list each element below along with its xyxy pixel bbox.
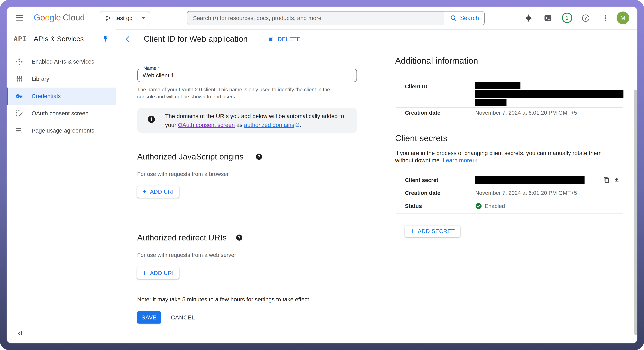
plus-icon: + xyxy=(142,270,147,276)
copy-icon[interactable] xyxy=(604,177,610,183)
global-search: Search xyxy=(187,11,485,25)
client-secrets-description: If you are in the process of changing cl… xyxy=(395,150,619,164)
client-id-label: Client ID xyxy=(396,80,475,90)
delete-button[interactable]: DELETE xyxy=(268,34,301,44)
google-cloud-logo[interactable]: GoogleCloud xyxy=(34,12,85,22)
name-field: Name * xyxy=(137,69,357,82)
js-origins-subtext: For use with requests from a browser xyxy=(137,171,229,177)
api-product-logo: API xyxy=(14,35,27,43)
delete-button-label: DELETE xyxy=(278,36,301,42)
page-title: Client ID for Web application xyxy=(144,34,248,44)
js-origins-help-icon[interactable]: ? xyxy=(256,154,262,160)
search-button[interactable]: Search xyxy=(444,12,484,25)
table-row-client-id: Client ID xyxy=(396,80,623,108)
back-arrow-icon[interactable] xyxy=(124,35,133,43)
vertical-scrollbar[interactable] xyxy=(634,90,638,335)
avatar[interactable]: M xyxy=(616,12,630,24)
external-link-icon xyxy=(473,158,478,163)
gemini-sparkle-icon[interactable] xyxy=(524,14,533,23)
external-link-icon xyxy=(295,123,300,128)
name-helper-text: The name of your OAuth 2.0 client. This … xyxy=(137,86,339,100)
plus-icon: + xyxy=(410,228,415,235)
redirect-uris-help-icon[interactable]: ? xyxy=(236,234,242,241)
table-row-client-secret: Client secret xyxy=(396,173,623,187)
redirect-uris-subtext: For use with requests from a web server xyxy=(137,252,236,258)
sidebar-item-label: Library xyxy=(32,76,49,82)
table-row-status: Status Enabled xyxy=(396,199,623,214)
add-secret-button[interactable]: + ADD SECRET xyxy=(405,226,460,237)
oauth-consent-screen-link[interactable]: OAuth consent screen xyxy=(178,122,235,128)
project-selector[interactable]: test gd xyxy=(100,11,150,25)
name-field-label: Name * xyxy=(142,65,162,71)
plus-icon: + xyxy=(142,188,147,195)
creation-date-value: November 7, 2024 at 6:01:20 PM GMT+5 xyxy=(475,110,577,116)
sidebar-item-label: OAuth consent screen xyxy=(32,110,88,116)
table-row-creation-date: Creation date November 7, 2024 at 6:01:2… xyxy=(396,108,623,118)
notifications-badge[interactable]: 1 xyxy=(562,12,573,24)
header-divider xyxy=(6,49,638,50)
redaction-bar xyxy=(475,99,506,106)
js-origins-heading: Authorized JavaScript origins xyxy=(137,152,244,162)
chevron-down-icon xyxy=(142,17,146,20)
status-label: Status xyxy=(396,203,475,209)
cloud-shell-icon[interactable] xyxy=(544,14,552,23)
status-badge: Enabled xyxy=(485,203,505,209)
sidebar-item-page-usage[interactable]: Page usage agreements xyxy=(6,122,116,139)
project-icon xyxy=(105,14,112,22)
collapse-sidebar-icon[interactable] xyxy=(16,330,23,337)
agreements-icon xyxy=(16,127,23,134)
window-frame: GoogleCloud test gd Search 1 xyxy=(0,0,644,350)
sidebar-item-label: Page usage agreements xyxy=(32,127,94,134)
sidebar-item-label: Credentials xyxy=(32,93,61,99)
name-input[interactable] xyxy=(138,69,356,82)
add-uri-button-redirect[interactable]: + ADD URI xyxy=(137,268,179,279)
menu-icon[interactable] xyxy=(16,15,23,20)
additional-info-table: Client ID Creation date November 7, 2024… xyxy=(396,80,623,118)
sidebar-item-library[interactable]: Library xyxy=(6,70,116,88)
info-banner-text: The domains of the URIs you add below wi… xyxy=(165,112,348,130)
search-button-label: Search xyxy=(460,14,479,22)
learn-more-link[interactable]: Learn more xyxy=(443,157,472,164)
notification-count: 1 xyxy=(566,15,568,21)
consent-screen-icon xyxy=(16,110,23,117)
trash-icon xyxy=(268,36,274,42)
authorized-domains-link[interactable]: authorized domains xyxy=(244,122,294,128)
creation-date-label: Creation date xyxy=(396,190,475,196)
library-icon xyxy=(16,75,23,82)
redirect-uris-heading: Authorized redirect URIs xyxy=(137,233,227,242)
client-secrets-heading: Client secrets xyxy=(395,133,447,143)
sidebar-title: APIs & Services xyxy=(34,35,84,43)
screen: GoogleCloud test gd Search 1 xyxy=(0,0,644,350)
help-icon[interactable]: ? xyxy=(581,14,590,23)
project-name: test gd xyxy=(115,15,142,21)
console-window: GoogleCloud test gd Search 1 xyxy=(6,6,638,344)
search-input[interactable] xyxy=(187,12,444,25)
client-secret-value-redacted xyxy=(475,176,584,184)
enabled-apis-icon xyxy=(16,58,23,65)
client-id-value-redacted xyxy=(475,80,624,106)
key-icon xyxy=(16,92,23,100)
client-secrets-table: Client secret Creation date November 7, … xyxy=(396,173,623,214)
pin-icon[interactable] xyxy=(102,35,109,42)
more-vert-icon[interactable] xyxy=(601,14,610,23)
sidebar-item-enabled-apis[interactable]: Enabled APIs & services xyxy=(6,53,116,70)
client-secret-label: Client secret xyxy=(396,177,475,183)
settings-note: Note: It may take 5 minutes to a few hou… xyxy=(137,296,309,303)
table-row-secret-creation-date: Creation date November 7, 2024 at 6:01:2… xyxy=(396,187,623,199)
check-circle-icon xyxy=(475,203,482,210)
redaction-bar xyxy=(475,82,520,89)
creation-date-label: Creation date xyxy=(396,110,475,116)
redaction-bar xyxy=(475,90,624,98)
additional-info-heading: Additional information xyxy=(395,56,478,66)
download-icon[interactable] xyxy=(614,177,620,183)
svg-text:?: ? xyxy=(584,16,587,20)
creation-date-value: November 7, 2024 at 6:01:20 PM GMT+5 xyxy=(475,190,577,196)
sidebar-item-label: Enabled APIs & services xyxy=(32,58,94,65)
info-icon: i xyxy=(148,116,155,123)
google-logo-word: Google xyxy=(34,12,61,22)
add-uri-button-origins[interactable]: + ADD URI xyxy=(137,186,179,198)
sidebar-item-credentials[interactable]: Credentials xyxy=(6,88,116,105)
save-button[interactable]: SAVE xyxy=(137,311,161,324)
cancel-button[interactable]: CANCEL xyxy=(171,311,195,324)
sidebar-item-oauth-consent[interactable]: OAuth consent screen xyxy=(6,105,116,122)
